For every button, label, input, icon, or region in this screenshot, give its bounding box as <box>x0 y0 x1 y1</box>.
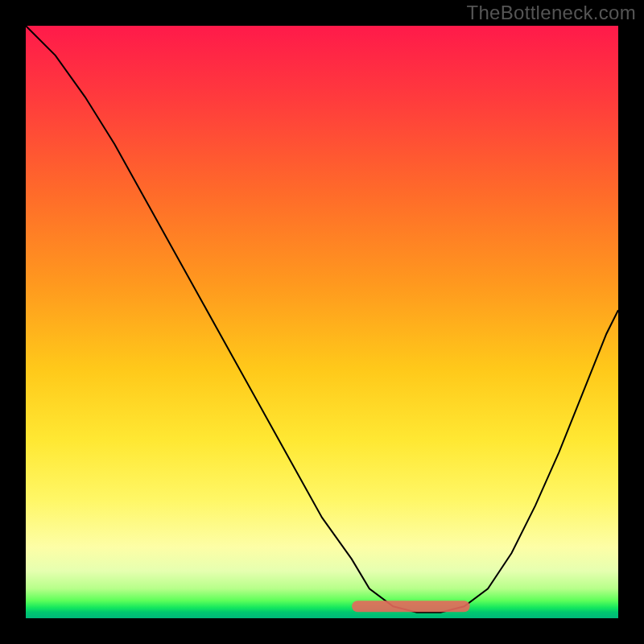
watermark-text: TheBottleneck.com <box>466 2 636 24</box>
bottleneck-curve <box>26 26 618 613</box>
plot-area <box>26 26 618 618</box>
curve-layer <box>26 26 618 618</box>
chart-stage: TheBottleneck.com <box>0 0 644 644</box>
